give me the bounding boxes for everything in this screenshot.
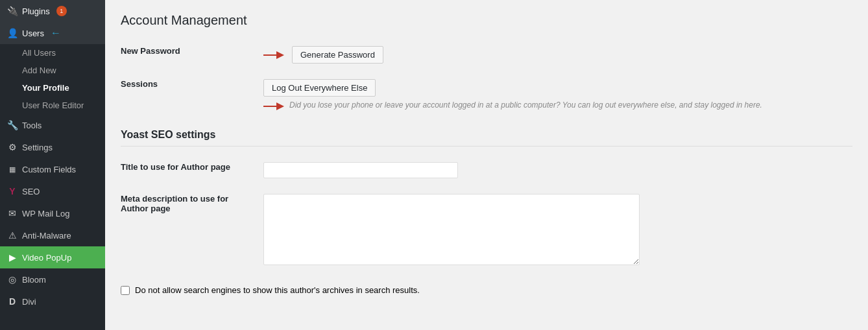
plugins-icon: 🔌	[6, 5, 18, 17]
sidebar-item-bloom[interactable]: ◎ Bloom	[0, 268, 105, 290]
sidebar-label-video-popup: Video PopUp	[22, 253, 71, 263]
sidebar-item-plugins[interactable]: 🔌 Plugins 1	[0, 0, 105, 22]
no-index-row: Do not allow search engines to show this…	[121, 285, 852, 295]
sidebar-item-tools[interactable]: 🔧 Tools	[0, 114, 105, 136]
yoast-seo-section: Yoast SEO settings Title to use for Auth…	[121, 129, 852, 295]
page-title: Account Management	[121, 13, 852, 28]
arrow-to-description	[263, 102, 287, 111]
sidebar-label-users: Users	[22, 29, 44, 38]
sidebar-item-video-popup[interactable]: ▶ Video PopUp	[0, 246, 105, 268]
users-icon: 👤	[6, 27, 18, 39]
sidebar-item-custom-fields[interactable]: ▦ Custom Fields	[0, 158, 105, 180]
sidebar-item-users[interactable]: 👤 Users ←	[0, 22, 105, 44]
no-index-label: Do not allow search engines to show this…	[135, 285, 420, 295]
bloom-icon: ◎	[6, 274, 18, 285]
sidebar-item-anti-malware[interactable]: ⚠ Anti-Malware	[0, 224, 105, 246]
sessions-label: Sessions	[121, 71, 263, 119]
account-management-table: New Password	[121, 38, 852, 119]
author-title-input[interactable]	[263, 162, 458, 178]
new-password-row: New Password	[121, 38, 852, 71]
yoast-section-title: Yoast SEO settings	[121, 129, 852, 147]
author-title-row: Title to use for Author page	[121, 154, 852, 186]
meta-desc-label: Meta description to use forAuthor page	[121, 186, 263, 275]
plugins-badge: 1	[56, 6, 67, 16]
wp-mail-log-icon: ✉	[6, 207, 18, 219]
sidebar-item-seo[interactable]: Y SEO	[0, 180, 105, 202]
new-password-label: New Password	[121, 38, 263, 71]
users-arrow: ←	[51, 27, 61, 39]
session-description-text: Did you lose your phone or leave your ac…	[289, 100, 762, 110]
sidebar-label-tools: Tools	[22, 121, 42, 130]
meta-desc-row: Meta description to use forAuthor page	[121, 186, 852, 275]
meta-desc-textarea[interactable]	[263, 194, 640, 265]
generate-password-button[interactable]: Generate Password	[292, 46, 383, 64]
no-index-checkbox[interactable]	[121, 286, 130, 295]
tools-icon: 🔧	[6, 119, 18, 131]
seo-icon: Y	[6, 185, 18, 197]
sidebar-sub-all-users[interactable]: All Users	[0, 44, 105, 62]
main-content: Account Management New Password	[105, 0, 868, 330]
sidebar-item-wp-mail-log[interactable]: ✉ WP Mail Log	[0, 202, 105, 224]
log-out-everywhere-button[interactable]: Log Out Everywhere Else	[263, 79, 376, 97]
sidebar-label-bloom: Bloom	[22, 275, 46, 285]
new-password-controls: Generate Password	[263, 46, 852, 64]
divi-icon: D	[6, 296, 18, 307]
sidebar: 🔌 Plugins 1 👤 Users ← All Users Add New …	[0, 0, 105, 330]
custom-fields-icon: ▦	[6, 163, 18, 175]
video-popup-icon: ▶	[6, 252, 18, 263]
sidebar-label-wp-mail-log: WP Mail Log	[22, 209, 69, 218]
sidebar-item-settings[interactable]: ⚙ Settings	[0, 136, 105, 158]
settings-icon: ⚙	[6, 141, 18, 153]
sidebar-sub-user-role-editor[interactable]: User Role Editor	[0, 97, 105, 114]
anti-malware-icon: ⚠	[6, 230, 18, 241]
yoast-form-table: Title to use for Author page Meta descri…	[121, 154, 852, 275]
sidebar-label-plugins: Plugins	[22, 6, 50, 16]
sidebar-label-divi: Divi	[22, 297, 36, 307]
arrow-to-generate	[263, 49, 287, 61]
author-title-label: Title to use for Author page	[121, 154, 263, 186]
sidebar-item-divi[interactable]: D Divi	[0, 290, 105, 312]
sidebar-label-settings: Settings	[22, 143, 53, 152]
session-description-row: Did you lose your phone or leave your ac…	[263, 100, 852, 111]
sidebar-sub-add-new[interactable]: Add New	[0, 62, 105, 79]
sidebar-label-seo: SEO	[22, 187, 40, 196]
sidebar-sub-your-profile[interactable]: Your Profile	[0, 79, 105, 97]
sidebar-label-custom-fields: Custom Fields	[22, 165, 76, 174]
sidebar-label-anti-malware: Anti-Malware	[22, 231, 71, 241]
sessions-row: Sessions Log Out Everywhere Else	[121, 71, 852, 119]
